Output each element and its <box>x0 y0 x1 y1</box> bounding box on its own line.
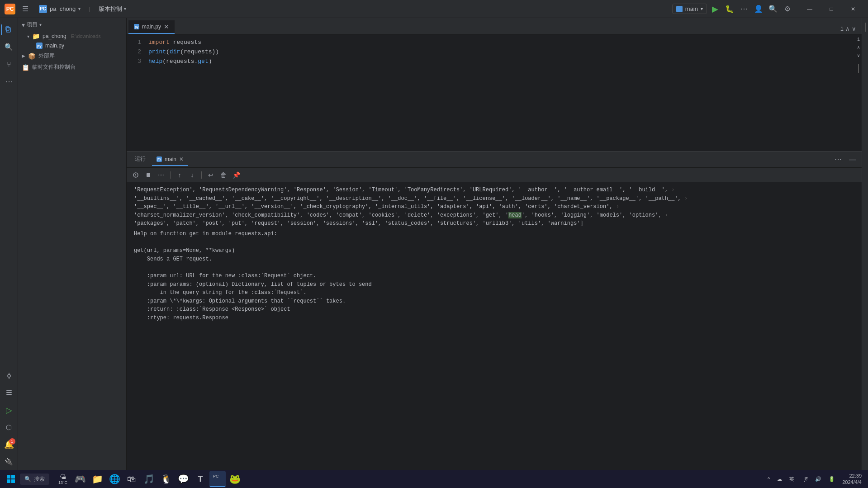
taskbar-file-explorer[interactable]: 📁 <box>89 471 105 487</box>
editor-annotation: 1 ∧ ∨ <box>857 36 860 60</box>
editor-scrollbar[interactable]: 1 ∧ ∨ <box>855 34 862 151</box>
taskbar-ide-icon: PC <box>213 474 222 483</box>
sidebar-item-commits[interactable] <box>1 368 17 384</box>
arrow-down-icon[interactable]: ∨ <box>852 25 856 32</box>
stop-button[interactable] <box>143 170 154 180</box>
debug-button[interactable]: 🐛 <box>723 3 736 15</box>
code-editor[interactable]: 1 2 3 import requests print(dir(requests… <box>127 34 862 151</box>
external-libs-item[interactable]: ▶ 📦 外部库 <box>18 50 126 62</box>
taskbar-chrome[interactable]: 🌐 <box>106 471 123 487</box>
taskbar-text-app[interactable]: T <box>192 471 209 487</box>
external-libs-label: 外部库 <box>38 52 55 60</box>
wrap-lines-button[interactable]: ↩ <box>205 170 216 180</box>
output-line-10: :param params: (optional) Dictionary, li… <box>134 280 854 289</box>
editor-area: py main.py ✕ 1 ∧ ∨ 1 2 3 import requests <box>127 18 862 470</box>
sidebar-item-terminal[interactable]: ⬡ <box>1 419 17 436</box>
title-bar-right: main ▾ ▶ 🐛 ⋯ 👤 🔍 ⚙ — □ ✕ <box>672 2 863 16</box>
sidebar-item-run[interactable]: ▷ <box>1 402 17 418</box>
temp-files-icon: 📋 <box>22 64 29 71</box>
minimize-button[interactable]: — <box>799 2 820 16</box>
windows-start-button[interactable] <box>4 472 18 486</box>
main-py-label: main.py <box>45 43 64 49</box>
system-tray-cloud[interactable]: ☁ <box>774 475 785 483</box>
code-content[interactable]: import requests print(dir(requests)) hel… <box>145 34 855 151</box>
bottom-tab-close-button[interactable]: ✕ <box>179 156 184 162</box>
more-options-button[interactable]: ⋯ <box>738 3 750 15</box>
taskbar-ide[interactable]: PC <box>209 471 226 487</box>
svg-rect-5 <box>6 392 12 393</box>
editor-tab-main-py[interactable]: py main.py ✕ <box>128 20 175 34</box>
run-config-selector[interactable]: main ▾ <box>672 4 707 14</box>
taskbar-penguin[interactable]: 🐧 <box>158 471 174 487</box>
sidebar-item-layers[interactable] <box>1 385 17 401</box>
sidebar-item-plugin[interactable]: 🔌 <box>1 454 17 470</box>
taskbar-chat[interactable]: 💬 <box>175 471 191 487</box>
python-file-icon: py <box>36 43 43 49</box>
taskbar-time: 22:39 <box>842 473 862 479</box>
svg-rect-14 <box>7 479 10 483</box>
sidebar-item-git[interactable]: ⑂ <box>1 56 17 72</box>
editor-notification-button[interactable]: 1 ∧ ∨ <box>837 24 860 34</box>
annotation-count: 1 <box>840 25 844 32</box>
clear-console-button[interactable]: 🗑 <box>218 170 229 180</box>
sidebar-item-search[interactable]: 🔍 <box>1 39 17 55</box>
system-tray-battery[interactable]: 🔋 <box>826 475 838 483</box>
main-tab-label: main <box>165 156 176 162</box>
taskbar-app-1[interactable]: 🎮 <box>72 471 88 487</box>
search-button[interactable]: 🔍 <box>767 3 779 15</box>
taskbar-clock[interactable]: 22:39 2024/4/4 <box>840 472 864 487</box>
temp-files-label: 临时文件和控制台 <box>32 63 76 71</box>
version-control-arrow: ▾ <box>124 6 126 11</box>
system-tray-expand[interactable]: ^ <box>765 475 773 483</box>
system-tray-lang[interactable]: 英 <box>787 475 797 483</box>
run-config-icon <box>676 6 683 12</box>
annotation-up[interactable]: ∧ <box>857 44 860 52</box>
taskbar-game2[interactable]: 🐸 <box>227 471 243 487</box>
bottom-tab-more[interactable]: ⋯ <box>835 155 842 164</box>
taskbar-music[interactable]: 🎵 <box>141 471 157 487</box>
terminal-output[interactable]: 'RequestException', 'RequestsDependencyW… <box>127 182 862 470</box>
file-panel-header[interactable]: ▾ 项目 ▾ <box>18 18 126 31</box>
toolbar-separator-2 <box>201 171 202 179</box>
title-bar: PC ☰ PC pa_chong ▾ | 版本控制 ▾ main ▾ ▶ 🐛 ⋯… <box>0 0 868 18</box>
scroll-to-output-button[interactable] <box>130 170 141 180</box>
annotation-down[interactable]: ∨ <box>857 52 860 60</box>
main-py-item[interactable]: py main.py <box>18 41 126 50</box>
menu-button[interactable]: ☰ <box>19 3 32 15</box>
user-button[interactable]: 👤 <box>752 3 765 15</box>
sidebar-item-notification[interactable]: 🔔 1 <box>1 436 17 453</box>
pin-button[interactable]: 📌 <box>231 170 242 180</box>
settings-button[interactable]: ⚙ <box>781 3 794 15</box>
taskbar-search[interactable]: 🔍 搜索 <box>20 474 49 485</box>
version-control-button[interactable]: 版本控制 ▾ <box>95 3 130 15</box>
output-line-11: in the query string for the :class:`Requ… <box>134 289 854 297</box>
sidebar-item-files[interactable] <box>1 22 17 38</box>
run-button[interactable]: ▶ <box>709 3 721 15</box>
svg-point-10 <box>135 175 136 176</box>
project-selector[interactable]: PC pa_chong ▾ <box>35 3 84 15</box>
notification-badge: 1 <box>9 438 15 445</box>
maximize-button[interactable]: □ <box>821 2 842 16</box>
temp-files-item[interactable]: 📋 临时文件和控制台 <box>18 62 126 73</box>
sidebar-item-more[interactable]: ⋯ <box>1 73 17 90</box>
right-panel-indicator <box>865 23 866 32</box>
project-icon: PC <box>39 5 47 13</box>
options-button[interactable]: ⋯ <box>156 170 166 180</box>
arrow-up-icon[interactable]: ∧ <box>845 25 850 32</box>
scroll-up-button[interactable]: ↑ <box>174 170 185 180</box>
scroll-down-button[interactable]: ↓ <box>187 170 198 180</box>
svg-rect-7 <box>6 390 12 391</box>
sidebar-icons: 🔍 ⑂ ⋯ ▷ ⬡ 🔔 1 🔌 <box>0 18 18 470</box>
close-button[interactable]: ✕ <box>843 2 863 16</box>
bottom-tab-run[interactable]: 运行 <box>130 152 150 166</box>
tab-file-icon: py <box>134 24 139 29</box>
bottom-tab-main[interactable]: py main ✕ <box>152 153 188 166</box>
system-tray-sound[interactable]: 🔊 <box>812 475 824 483</box>
tab-close-button[interactable]: ✕ <box>164 23 169 30</box>
project-root-item[interactable]: ▾ 📁 pa_chong E:\downloads <box>18 31 126 41</box>
taskbar-weather-app[interactable]: 🌤 13°C <box>55 471 71 487</box>
bottom-tab-icon: py <box>157 156 162 162</box>
system-tray-wifi[interactable] <box>799 475 811 483</box>
bottom-panel-collapse[interactable]: — <box>847 154 858 166</box>
taskbar-store[interactable]: 🛍 <box>123 471 140 487</box>
